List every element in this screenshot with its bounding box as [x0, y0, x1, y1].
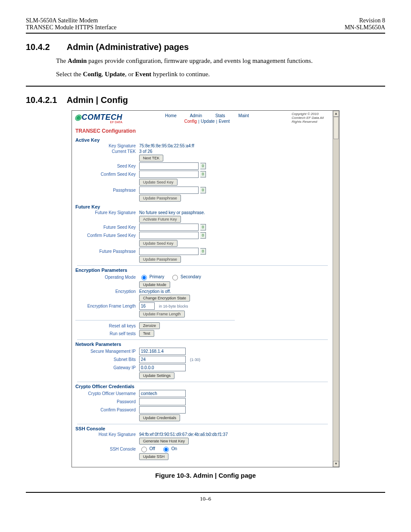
update-credentials-button[interactable]: Update Credentials	[139, 414, 180, 421]
admin-config-screenshot: ▲ ▼ ◉COMTECH EF DATA Home Admin Stats Ma…	[72, 110, 339, 467]
subnet-label: Subnet Bits	[75, 357, 139, 362]
seed-key-input[interactable]	[139, 162, 199, 170]
gateway-label: Gateway IP	[75, 365, 139, 370]
crypto-pass-label: Password	[75, 399, 139, 404]
frame-length-label: Encryption Frame Length	[75, 304, 139, 308]
update-frame-length-button[interactable]: Update Frame Length	[139, 311, 185, 317]
update-seed-key-button[interactable]: Update Seed Key	[139, 179, 177, 186]
update-passphrase-button[interactable]: Update Passphrase	[139, 195, 181, 202]
subnav-config[interactable]: Config	[184, 119, 197, 124]
nav-maint[interactable]: Maint	[238, 113, 249, 118]
update-future-passphrase-button[interactable]: Update Passphrase	[139, 256, 181, 263]
subnav-event[interactable]: Event	[219, 119, 230, 124]
passphrase-input[interactable]	[139, 187, 199, 194]
crypto-user-label: Crypto Officer Username	[75, 391, 139, 396]
secure-ip-label: Secure Management IP	[75, 349, 139, 354]
mode-primary-radio[interactable]	[141, 275, 147, 280]
activate-future-key-button[interactable]: Activate Future Key	[139, 216, 181, 223]
update-mode-button[interactable]: Update Mode	[139, 281, 170, 288]
update-ssh-button[interactable]: Update SSH	[139, 453, 168, 460]
crypto-pass-input[interactable]	[139, 398, 186, 405]
section-crypto-officer: Crypto Officer Credentials Crypto Office…	[75, 384, 330, 421]
heading-10-4-2-1: 10.4.2.1 Admin | Config	[26, 95, 385, 105]
divider-3	[77, 382, 328, 382]
divider-4	[77, 424, 328, 424]
update-future-seed-button[interactable]: Update Seed Key	[139, 240, 177, 247]
subnet-hint: (1-30)	[190, 358, 200, 362]
update-settings-button[interactable]: Update Settings	[139, 372, 174, 379]
subnet-input[interactable]	[139, 356, 186, 363]
ssh-off-radio[interactable]	[141, 447, 147, 452]
future-passphrase-input[interactable]	[139, 248, 199, 255]
ssh-console-radios: Off On	[139, 445, 181, 452]
operating-mode-label: Operating Mode	[75, 275, 139, 280]
subnav-update[interactable]: Update	[201, 119, 215, 124]
scrollbar[interactable]: ▲ ▼	[333, 111, 339, 467]
scroll-down-arrow[interactable]: ▼	[333, 461, 339, 467]
confirm-seed-counter: 0	[200, 171, 206, 177]
confirm-seed-input[interactable]	[139, 171, 199, 178]
crypto-conf-label: Confirm Password	[75, 408, 139, 412]
confirm-future-seed-label: Confirm Future Seed Key	[75, 233, 139, 238]
future-seed-counter: 0	[200, 224, 206, 230]
encryption-label: Encryption	[75, 289, 139, 294]
mode-secondary-radio[interactable]	[172, 275, 178, 280]
heading-num-2: 10.4.2.1	[26, 95, 65, 105]
frame-hint: in 16-byte blocks	[159, 304, 188, 308]
crypto-conf-input[interactable]	[139, 406, 186, 414]
doc-rule-bottom	[26, 492, 385, 493]
figure-caption: Figure 10-3. Admin | Config page	[26, 472, 385, 479]
copyright: Copyright © 2010 Comtech EF Data All Rig…	[292, 112, 330, 124]
scroll-thumb[interactable]	[333, 117, 339, 139]
zeroize-button[interactable]: Zeroize	[139, 322, 160, 329]
future-seed-label: Future Seed Key	[75, 225, 139, 230]
nav-stats[interactable]: Stats	[215, 113, 225, 118]
crypto-title: Crypto Officer Credentials	[75, 384, 330, 389]
section-network: Network Parameters Secure Management IP …	[75, 342, 330, 379]
nav-home[interactable]: Home	[165, 113, 177, 118]
nav-admin[interactable]: Admin	[190, 113, 202, 118]
next-tek-button[interactable]: Next TEK	[139, 155, 163, 162]
doc-header-left-1: SLM-5650A Satellite Modem	[26, 17, 116, 24]
doc-rule	[26, 33, 385, 34]
paragraph-select: Select the Config, Update, or Event hype…	[56, 71, 385, 78]
doc-rule-2	[26, 86, 385, 87]
scroll-up-arrow[interactable]: ▲	[333, 111, 339, 117]
ssh-title: SSH Console	[75, 426, 330, 431]
future-seed-input[interactable]	[139, 224, 199, 231]
network-title: Network Parameters	[75, 342, 330, 347]
future-sig-label: Future Key Signature	[75, 210, 139, 215]
confirm-future-seed-counter: 0	[200, 232, 206, 239]
sub-nav: Config | Update | Event	[122, 119, 292, 124]
confirm-future-seed-input[interactable]	[139, 232, 199, 239]
change-encryption-button[interactable]: Change Encryption State	[139, 295, 190, 302]
section-encryption: Encryption Parameters Operating Mode Pri…	[75, 268, 330, 337]
reset-keys-label: Reset all keys	[75, 324, 139, 328]
heading-title-2: Admin | Config	[67, 95, 128, 105]
seed-key-label: Seed Key	[75, 164, 139, 168]
test-button[interactable]: Test	[139, 330, 154, 337]
future-key-title: Future Key	[75, 204, 330, 209]
paragraph-intro: The Admin pages provide configuration, f…	[56, 57, 385, 65]
seed-key-counter: 0	[200, 163, 206, 169]
encryption-value: Encryption is off.	[139, 289, 171, 294]
future-passphrase-label: Future Passphrase	[75, 249, 139, 254]
generate-host-key-button[interactable]: Generate New Host Key	[139, 438, 189, 445]
top-strip: ◉COMTECH EF DATA Home Admin Stats Maint …	[72, 111, 333, 124]
secure-ip-input[interactable]	[139, 348, 186, 355]
run-tests-label: Run self tests	[75, 331, 139, 336]
doc-header-right-2: MN-SLM5650A	[345, 24, 385, 31]
gateway-input[interactable]	[139, 364, 186, 371]
top-nav: Home Admin Stats Maint Config | Update |…	[122, 112, 292, 124]
cur-tek-value: 3 of 26	[139, 149, 153, 154]
passphrase-counter: 0	[200, 187, 206, 193]
ssh-on-radio[interactable]	[163, 447, 169, 452]
cur-tek-label: Current TEK	[75, 149, 139, 154]
divider-1	[77, 265, 328, 266]
frame-length-input[interactable]	[139, 302, 155, 310]
doc-header: SLM-5650A Satellite Modem TRANSEC Module…	[26, 17, 385, 31]
section-future-key: Future Key Future Key SignatureNo future…	[75, 204, 330, 263]
crypto-user-input[interactable]	[139, 390, 186, 397]
active-key-title: Active Key	[75, 137, 330, 143]
host-key-sig-label: Host Key Signature	[75, 432, 139, 437]
